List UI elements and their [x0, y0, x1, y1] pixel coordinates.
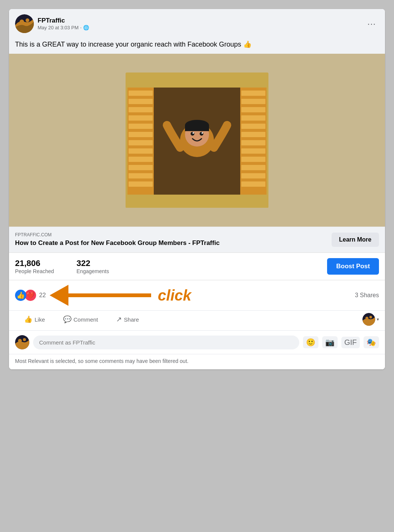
shares-count: 3 Shares [355, 292, 379, 299]
like-icon: 👍 [24, 315, 32, 323]
chevron-down-icon: ▾ [377, 317, 379, 322]
window-illustration [118, 65, 276, 215]
svg-rect-25 [241, 140, 265, 145]
svg-rect-21 [241, 107, 265, 112]
reach-number: 21,806 [15, 258, 54, 268]
comment-input[interactable] [33, 336, 299, 349]
svg-point-42 [365, 317, 368, 320]
profile-avatar [362, 313, 375, 326]
svg-point-46 [23, 338, 26, 341]
svg-rect-11 [129, 132, 153, 137]
like-reaction-icon: 👍 [15, 290, 26, 301]
engagements-stat: 322 Engagements [77, 258, 109, 274]
svg-rect-30 [241, 181, 265, 187]
boost-post-button[interactable]: Boost Post [327, 258, 379, 275]
more-options-button[interactable]: ··· [364, 17, 379, 30]
arrow-shaft [68, 293, 151, 297]
post-header: FPTraffic May 20 at 3:03 PM · 🌐 ··· [9, 9, 385, 37]
svg-point-35 [191, 132, 194, 136]
post-author: FPTraffic [38, 17, 364, 24]
svg-point-37 [192, 132, 194, 134]
globe-icon: · [80, 24, 82, 30]
comment-label: Comment [74, 316, 98, 323]
comment-icon: 💬 [63, 315, 71, 323]
camera-button[interactable]: 📷 [322, 336, 338, 348]
reach-stat: 21,806 People Reached [15, 258, 54, 274]
svg-point-43 [370, 316, 372, 319]
post-meta: FPTraffic May 20 at 3:03 PM · 🌐 [38, 17, 364, 30]
svg-rect-22 [241, 115, 265, 121]
post-time: May 20 at 3:03 PM · 🌐 [38, 24, 364, 30]
facebook-post-card: FPTraffic May 20 at 3:03 PM · 🌐 ··· This… [9, 9, 385, 369]
svg-rect-39 [126, 195, 268, 208]
svg-rect-40 [126, 73, 268, 88]
emoji-button[interactable]: 🙂 [303, 336, 318, 348]
svg-rect-29 [241, 173, 265, 178]
svg-point-38 [202, 132, 203, 134]
svg-rect-28 [241, 165, 265, 170]
reaction-count: 22 [39, 292, 46, 299]
click-label: click [158, 287, 191, 304]
link-info: FPTRAFFIC.COM How to Create a Post for N… [15, 232, 324, 247]
link-source: FPTRAFFIC.COM [15, 232, 324, 237]
link-preview: FPTRAFFIC.COM How to Create a Post for N… [9, 227, 385, 253]
stats-bar: 21,806 People Reached 322 Engagements Bo… [9, 253, 385, 280]
svg-rect-9 [129, 115, 153, 121]
comment-avatar [15, 335, 29, 349]
svg-rect-7 [129, 99, 153, 104]
like-label: Like [35, 316, 45, 323]
reactions-bar: 👍 ❤️ 22 click 3 Shares [9, 280, 385, 311]
comment-box-area: 🙂 📷 GIF 🎭 [9, 331, 385, 354]
svg-rect-14 [129, 157, 153, 162]
svg-rect-19 [241, 91, 265, 96]
reach-label: People Reached [15, 268, 54, 274]
svg-rect-12 [129, 140, 153, 145]
like-button[interactable]: 👍 Like [15, 312, 54, 326]
svg-point-1 [20, 20, 24, 24]
arrow-head-icon [50, 285, 68, 306]
avatar [15, 14, 34, 33]
engagements-label: Engagements [77, 268, 109, 274]
svg-rect-8 [129, 107, 153, 112]
love-reaction-icon: ❤️ [25, 290, 36, 301]
profile-action-button[interactable]: ▾ [362, 313, 379, 326]
orange-arrow [50, 285, 151, 306]
share-button[interactable]: ↗ Share [107, 312, 148, 326]
svg-point-2 [26, 18, 29, 22]
svg-rect-6 [129, 91, 153, 96]
gif-button[interactable]: GIF [341, 337, 360, 348]
svg-rect-15 [129, 165, 153, 170]
svg-rect-13 [129, 148, 153, 154]
share-icon: ↗ [116, 315, 122, 323]
svg-rect-20 [241, 99, 265, 104]
svg-rect-23 [241, 124, 265, 129]
engagements-number: 322 [77, 258, 109, 268]
svg-rect-17 [129, 181, 153, 187]
post-image [9, 54, 385, 227]
privacy-icon: 🌐 [83, 25, 89, 30]
svg-rect-10 [129, 124, 153, 129]
share-label: Share [124, 316, 139, 323]
action-bar: 👍 Like 💬 Comment ↗ Share ▾ [9, 311, 385, 331]
svg-point-45 [18, 339, 22, 343]
reaction-icons: 👍 ❤️ [15, 290, 36, 301]
svg-point-36 [200, 132, 203, 136]
filter-note: Most Relevant is selected, so some comme… [9, 354, 385, 369]
svg-rect-24 [241, 132, 265, 137]
sticker-button[interactable]: 🎭 [364, 336, 379, 348]
link-title: How to Create a Post for New Facebook Gr… [15, 239, 324, 247]
svg-rect-26 [241, 148, 265, 154]
svg-rect-16 [129, 173, 153, 178]
svg-rect-34 [185, 125, 209, 131]
svg-rect-27 [241, 157, 265, 162]
learn-more-button[interactable]: Learn More [332, 233, 379, 247]
post-body: This is a GREAT way to increase your org… [9, 37, 385, 54]
post-text: This is a GREAT way to increase your org… [15, 40, 379, 49]
arrow-click-area: click [50, 285, 355, 306]
comment-icons: 🙂 📷 GIF 🎭 [303, 336, 379, 348]
comment-button[interactable]: 💬 Comment [54, 312, 107, 326]
